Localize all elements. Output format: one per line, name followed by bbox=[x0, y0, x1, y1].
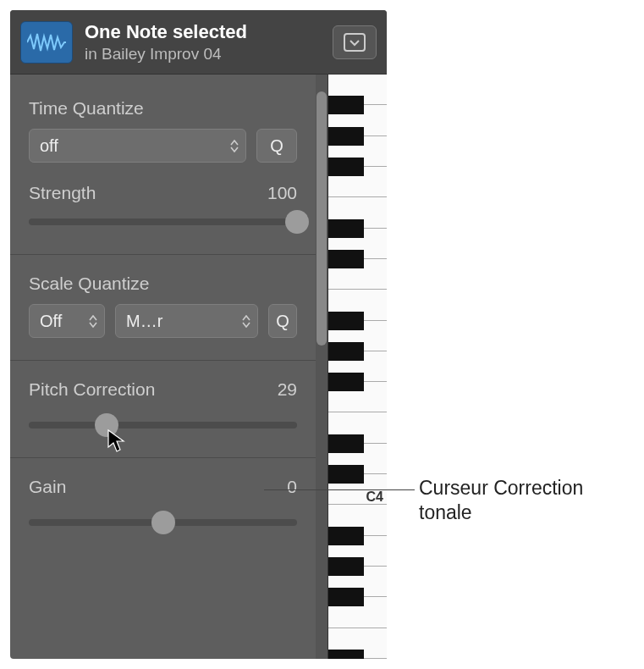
catalog-button[interactable] bbox=[333, 25, 377, 59]
strength-slider-thumb[interactable] bbox=[285, 210, 309, 234]
strength-value: 100 bbox=[267, 183, 297, 203]
piano-black-key[interactable] bbox=[328, 527, 364, 545]
piano-key-label: C4 bbox=[366, 489, 383, 505]
pitch-correction-value: 29 bbox=[278, 379, 297, 400]
scale-type-select[interactable]: M…r bbox=[115, 304, 258, 338]
strength-label: Strength bbox=[29, 183, 96, 203]
piano-black-key[interactable] bbox=[328, 588, 364, 606]
piano-black-key[interactable] bbox=[328, 312, 364, 330]
stepper-icon bbox=[230, 140, 239, 152]
piano-black-key[interactable] bbox=[328, 557, 364, 576]
stepper-icon bbox=[242, 315, 250, 328]
inspector-panel: One Note selected in Bailey Improv 04 Ti… bbox=[10, 10, 387, 659]
vertical-scrollbar[interactable] bbox=[316, 75, 328, 659]
selection-title: One Note selected bbox=[85, 21, 321, 43]
scale-quantize-label: Scale Quantize bbox=[29, 274, 297, 294]
pitch-correction-slider[interactable] bbox=[29, 415, 297, 435]
scale-quantize-button[interactable]: Q bbox=[268, 304, 297, 338]
annotation-leader-line bbox=[264, 489, 415, 490]
annotation-line-1: Curseur Correction bbox=[419, 476, 583, 500]
quantize-button[interactable]: Q bbox=[256, 129, 297, 163]
stepper-icon bbox=[89, 315, 97, 328]
time-quantize-select[interactable]: off bbox=[29, 129, 246, 163]
piano-black-key[interactable] bbox=[328, 219, 364, 238]
piano-black-key[interactable] bbox=[328, 650, 364, 659]
piano-black-key[interactable] bbox=[328, 250, 364, 268]
scale-root-select[interactable]: Off bbox=[29, 304, 105, 338]
audio-waveform-icon bbox=[20, 21, 73, 64]
inspector-header: One Note selected in Bailey Improv 04 bbox=[10, 10, 387, 75]
piano-black-key[interactable] bbox=[328, 434, 364, 453]
pitch-correction-slider-thumb[interactable] bbox=[95, 413, 118, 437]
quantize-button-label: Q bbox=[270, 136, 283, 156]
scale-quantize-button-label: Q bbox=[276, 312, 289, 331]
time-quantize-label: Time Quantize bbox=[29, 98, 297, 119]
time-quantize-value: off bbox=[40, 136, 225, 156]
gain-label: Gain bbox=[29, 477, 66, 497]
catalog-icon bbox=[344, 33, 366, 52]
scale-type-value: M…r bbox=[126, 312, 237, 331]
piano-black-key[interactable] bbox=[328, 465, 364, 484]
piano-black-key[interactable] bbox=[328, 373, 364, 391]
annotation-callout: Curseur Correction tonale bbox=[419, 476, 583, 525]
piano-black-key[interactable] bbox=[328, 127, 364, 146]
gain-section: Gain 0 bbox=[10, 458, 316, 555]
piano-ruler[interactable]: C4C3 bbox=[328, 75, 387, 659]
controls-column: Time Quantize off Q Strength bbox=[10, 75, 316, 659]
header-text: One Note selected in Bailey Improv 04 bbox=[85, 21, 321, 64]
strength-slider[interactable] bbox=[29, 212, 297, 232]
scrollbar-thumb[interactable] bbox=[316, 91, 327, 346]
annotation-line-2: tonale bbox=[419, 500, 583, 525]
piano-black-key[interactable] bbox=[328, 158, 364, 176]
pitch-correction-section: Pitch Correction 29 bbox=[10, 361, 316, 458]
selection-subtitle: in Bailey Improv 04 bbox=[85, 45, 321, 64]
pitch-correction-label: Pitch Correction bbox=[29, 379, 155, 400]
svg-rect-0 bbox=[344, 34, 365, 51]
scale-quantize-section: Scale Quantize Off M…r bbox=[10, 255, 316, 361]
scale-root-value: Off bbox=[40, 312, 84, 331]
gain-value: 0 bbox=[287, 477, 297, 497]
piano-black-key[interactable] bbox=[328, 342, 364, 361]
piano-black-key[interactable] bbox=[328, 96, 364, 114]
time-quantize-section: Time Quantize off Q Strength bbox=[10, 75, 316, 255]
gain-slider[interactable] bbox=[29, 512, 297, 533]
gain-slider-thumb[interactable] bbox=[151, 511, 175, 534]
controls-body: Time Quantize off Q Strength bbox=[10, 75, 387, 659]
